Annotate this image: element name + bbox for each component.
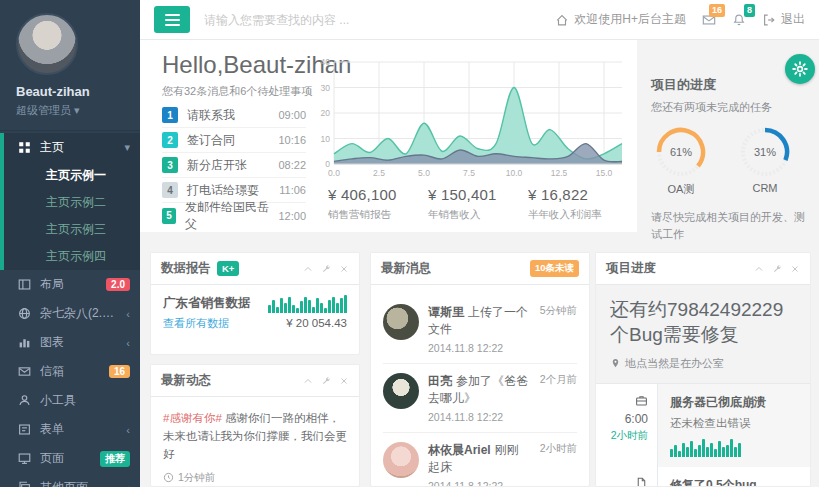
globe-icon — [18, 307, 31, 320]
topbar-right: 欢迎使用H+后台主题 16 8 退出 — [555, 11, 805, 28]
bug-summary: 还有约79842492229个Bug需要修复 地点当然是在办公室 — [596, 285, 810, 384]
panel-tools — [303, 376, 349, 386]
notifications-button[interactable]: 8 — [732, 13, 746, 27]
user-name[interactable]: 谭斯里 — [428, 305, 464, 319]
svg-text:20: 20 — [321, 108, 331, 118]
bar-chart-icon — [18, 336, 31, 349]
summary-text: 您有32条消息和6个待处理事项 — [162, 84, 312, 99]
report-amount: ¥ 20 054.43 — [268, 317, 347, 329]
sidebar-item-label: 布局 — [40, 276, 97, 293]
menu-toggle-button[interactable] — [154, 6, 190, 33]
sidebar-item-widgets[interactable]: 小工具 — [0, 386, 140, 415]
profile-role-dropdown[interactable]: 超级管理员 ▾ — [16, 103, 140, 118]
stat-sales-report: ¥ 406,100 销售营销报告 — [328, 186, 428, 222]
todo-number-badge: 2 — [162, 132, 178, 148]
sidebar-item-pages[interactable]: 页面 推荐 — [0, 444, 140, 473]
wrench-icon[interactable] — [321, 264, 331, 274]
sidebar-subitem-example-1[interactable]: 主页示例一 — [4, 162, 140, 189]
panel-tools — [754, 264, 800, 274]
sidebar-item-label: 图表 — [40, 334, 117, 351]
todo-item[interactable]: 1 请联系我 09:00 — [162, 103, 306, 128]
logout-button[interactable]: 退出 — [762, 11, 805, 28]
news-date: 2014.11.8 12:22 — [428, 342, 531, 354]
svg-text:10: 10 — [321, 134, 331, 144]
file-icon — [635, 477, 648, 487]
unread-badge: 16 — [109, 365, 130, 378]
sidebar-item-label: 页面 — [40, 450, 91, 467]
timeline-meta: 6:00 2小时前 — [596, 384, 658, 467]
timeline-content[interactable]: 修复了0.5个bug 重启服务 — [658, 467, 810, 487]
recommend-badge: 推荐 — [100, 451, 130, 467]
view-all-data-link[interactable]: 查看所有数据 — [163, 316, 251, 331]
panel-title: 最新消息 — [381, 260, 431, 277]
collapse-icon[interactable] — [303, 376, 313, 386]
timeline-title: 修复了0.5个bug — [670, 477, 798, 487]
panel-body: 广东省销售数据 查看所有数据 ¥ 20 054.43 — [151, 285, 359, 341]
sidebar-subitem-example-4[interactable]: 主页示例四 — [4, 243, 140, 270]
user-name[interactable]: 林依晨Ariel — [428, 443, 491, 457]
sidebar-item-other-pages[interactable]: 其他页面 ‹ — [0, 473, 140, 487]
knob-crm: 31% CRM — [733, 125, 797, 197]
sidebar-subitem-example-3[interactable]: 主页示例三 — [4, 216, 140, 243]
todo-item[interactable]: 3 新分店开张 08:22 — [162, 153, 306, 178]
panel-tools: 10条未读 — [530, 260, 579, 277]
top-navbar: 欢迎使用H+后台主题 16 8 退出 — [140, 0, 819, 40]
sidebar-item-home[interactable]: 主页 ▾ — [4, 133, 140, 162]
panel-title: 项目进度 — [606, 260, 656, 277]
hamburger-icon — [165, 19, 180, 21]
theme-settings-button[interactable] — [785, 54, 815, 84]
timeline-content[interactable]: 服务器已彻底崩溃 还未检查出错误 — [658, 384, 810, 467]
chevron-left-icon: ‹ — [126, 308, 130, 320]
sidebar: Beaut-zihan 超级管理员 ▾ 主页 ▾ 主页示例一 主页示例二 主页示… — [0, 0, 140, 487]
topic-tag-link[interactable]: #感谢有你# — [163, 412, 222, 424]
news-item[interactable]: 田亮参加了《爸爸去哪儿》 2014.11.8 12:22 2个月前 — [383, 364, 577, 433]
wrench-icon[interactable] — [321, 376, 331, 386]
sidebar-item-forms[interactable]: 表单 ‹ — [0, 415, 140, 444]
news-item[interactable]: 谭斯里上传了一个文件 2014.11.8 12:22 5分钟前 — [383, 295, 577, 364]
sidebar-item-layouts[interactable]: 布局 2.0 — [0, 270, 140, 299]
crm-progress-knob[interactable]: 31% — [738, 125, 792, 179]
stats-row: ¥ 406,100 销售营销报告 ¥ 150,401 年销售收入 ¥ 16,82… — [328, 186, 628, 222]
user-icon — [18, 394, 31, 407]
close-icon[interactable] — [790, 264, 800, 274]
chevron-left-icon: ‹ — [126, 424, 130, 436]
panel-header: 最新消息 10条未读 — [371, 253, 589, 285]
monitor-icon — [18, 452, 31, 465]
svg-text:7.5: 7.5 — [463, 168, 475, 178]
latest-news-panel: 最新消息 10条未读 谭斯里上传了一个文件 2014.11.8 12:22 5分… — [370, 252, 590, 487]
todo-text: 请联系我 — [187, 107, 235, 124]
avatar[interactable] — [16, 13, 78, 75]
stat-half-year-profit: ¥ 16,822 半年收入利润率 — [528, 186, 628, 222]
search-input[interactable] — [204, 13, 484, 27]
timeline: 6:00 2小时前 服务器已彻底崩溃 还未检查出错误 7:00 3小时前 修复了… — [596, 384, 810, 487]
close-icon[interactable] — [339, 264, 349, 274]
news-ago: 5分钟前 — [540, 304, 577, 354]
messages-button[interactable]: 16 — [702, 13, 716, 27]
collapse-icon[interactable] — [754, 264, 764, 274]
timeline-item: 6:00 2小时前 服务器已彻底崩溃 还未检查出错误 — [596, 384, 810, 467]
sidebar-item-label: 主页 — [40, 139, 115, 156]
progress-title: 项目的进度 — [651, 76, 805, 94]
svg-text:61%: 61% — [670, 146, 692, 158]
avatar — [383, 304, 419, 340]
svg-text:12.5: 12.5 — [551, 168, 568, 178]
news-ago: 2个月前 — [540, 373, 577, 423]
wrench-icon[interactable] — [772, 264, 782, 274]
sidebar-item-charts[interactable]: 图表 ‹ — [0, 328, 140, 357]
oa-progress-knob[interactable]: 61% — [654, 125, 708, 179]
close-icon[interactable] — [339, 376, 349, 386]
sidebar-item-misc[interactable]: 杂七杂八(2.0新增) ‹ — [0, 299, 140, 328]
sidebar-item-mailbox[interactable]: 信箱 16 — [0, 357, 140, 386]
timeline-meta: 7:00 3小时前 — [596, 467, 658, 487]
todo-item[interactable]: 2 签订合同 10:16 — [162, 128, 306, 153]
user-name[interactable]: 田亮 — [428, 374, 452, 388]
location-text: 地点当然是在办公室 — [625, 356, 724, 371]
sidebar-subitem-example-2[interactable]: 主页示例二 — [4, 189, 140, 216]
collapse-icon[interactable] — [303, 264, 313, 274]
todo-item[interactable]: 5 发邮件给国民岳父 12:00 — [162, 203, 306, 228]
sidebar-item-label: 表单 — [40, 421, 117, 438]
profile-name: Beaut-zihan — [16, 84, 140, 99]
news-item[interactable]: 林依晨Ariel刚刚起床 2014.11.8 12:22 2小时前 — [383, 433, 577, 487]
signout-icon — [762, 13, 776, 27]
todo-time: 11:06 — [279, 184, 306, 196]
